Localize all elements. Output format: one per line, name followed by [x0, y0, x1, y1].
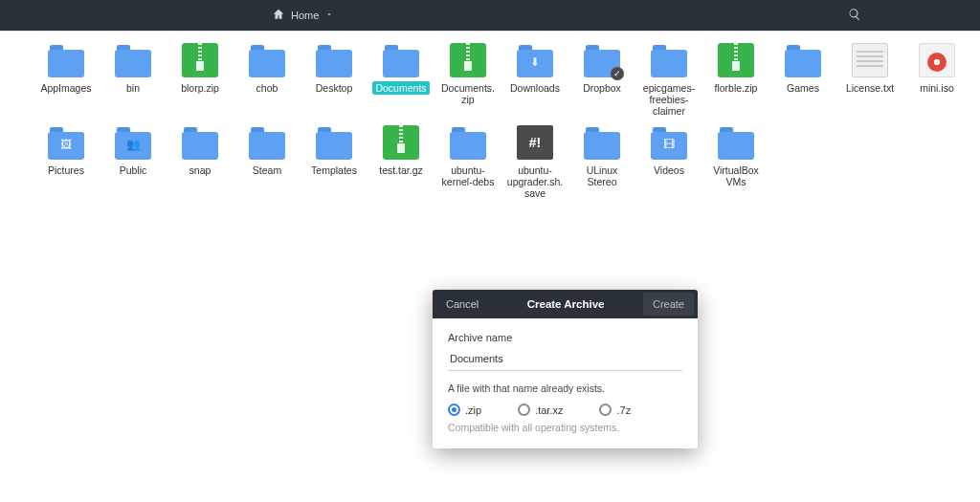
folder-icon: [316, 125, 352, 160]
file-label: epicgames-freebies-claimer: [637, 81, 701, 118]
folder-icon: [718, 125, 754, 160]
radio-dot-icon: [599, 404, 612, 416]
chevron-down-icon: [324, 10, 334, 21]
file-grid-area: AppImagesbinblorp.zipchobDesktopDocument…: [0, 32, 980, 204]
file-item[interactable]: epicgames-freebies-claimer: [635, 39, 702, 121]
file-item[interactable]: 🎞Videos: [635, 121, 702, 204]
format-label: .tar.xz: [535, 404, 563, 416]
folder-icon: [249, 43, 285, 77]
archive-icon: [718, 43, 754, 77]
create-button[interactable]: Create: [643, 293, 694, 316]
archive-icon: [450, 43, 486, 77]
file-item[interactable]: Documents.zip: [434, 39, 501, 121]
file-item[interactable]: 👥Public: [100, 121, 167, 204]
folder-icon: 🖼: [48, 125, 84, 160]
archive-icon: [383, 125, 419, 160]
file-label: Steam: [250, 164, 284, 177]
folder-icon: 🎞: [651, 125, 687, 160]
file-label: ubuntu-upgrader.sh.save: [503, 164, 567, 200]
file-item[interactable]: Documents: [368, 39, 434, 121]
file-item[interactable]: #!ubuntu-upgrader.sh.save: [501, 121, 568, 204]
folder-icon: [316, 43, 352, 77]
folder-icon: [48, 43, 84, 77]
file-item[interactable]: ⬇Downloads: [501, 39, 568, 121]
file-item[interactable]: ULinux Stereo: [568, 121, 635, 204]
file-item[interactable]: blorp.zip: [167, 39, 234, 121]
file-label: Dropbox: [580, 81, 624, 95]
file-item[interactable]: Desktop: [301, 39, 368, 121]
name-exists-warning: A file with that name already exists.: [448, 382, 682, 394]
folder-icon: ✓: [584, 43, 620, 77]
pathbar-home-button[interactable]: Home: [264, 4, 342, 27]
home-icon: [272, 8, 285, 23]
folder-icon: [249, 125, 285, 160]
file-label: Public: [117, 164, 150, 177]
file-item[interactable]: mini.iso: [903, 39, 970, 121]
file-label: Documents: [372, 81, 429, 95]
format-radio[interactable]: .zip: [448, 404, 481, 416]
file-item[interactable]: ubuntu-kernel-debs: [434, 121, 501, 204]
file-label: Videos: [651, 164, 687, 177]
file-item[interactable]: bin: [100, 39, 167, 121]
file-label: Downloads: [507, 81, 563, 95]
cancel-button[interactable]: Cancel: [436, 293, 488, 316]
file-label: License.txt: [843, 81, 897, 95]
file-item[interactable]: VirtualBox VMs: [702, 121, 769, 204]
file-item[interactable]: License.txt: [836, 39, 903, 121]
folder-icon: [115, 43, 151, 77]
file-item[interactable]: florble.zip: [702, 39, 769, 121]
file-item[interactable]: test.tar.gz: [368, 121, 434, 204]
search-button[interactable]: [848, 8, 861, 23]
file-label: Desktop: [313, 81, 356, 95]
file-label: VirtualBox VMs: [704, 164, 768, 188]
file-label: snap: [187, 164, 214, 177]
file-item[interactable]: chob: [234, 39, 301, 121]
file-label: ULinux Stereo: [570, 164, 634, 188]
format-label: .7z: [616, 404, 631, 416]
folder-icon: 👥: [115, 125, 151, 160]
file-item[interactable]: Templates: [301, 121, 368, 204]
radio-dot-icon: [518, 404, 530, 416]
radio-dot-icon: [448, 404, 460, 416]
folder-icon: [584, 125, 620, 160]
folder-icon: ⬇: [517, 43, 553, 77]
folder-icon: [383, 43, 419, 77]
pathbar-label: Home: [291, 10, 319, 21]
file-label: Documents.zip: [436, 81, 500, 106]
file-label: Templates: [308, 164, 360, 177]
format-radio[interactable]: .7z: [599, 404, 631, 416]
folder-icon: [785, 43, 821, 77]
file-item[interactable]: Steam: [234, 121, 301, 204]
file-label: test.tar.gz: [376, 164, 426, 177]
folder-icon: [182, 125, 218, 160]
file-item[interactable]: snap: [167, 121, 234, 204]
archive-name-label: Archive name: [448, 332, 682, 343]
file-label: Games: [784, 81, 822, 95]
file-label: mini.iso: [917, 81, 957, 95]
script-file-icon: #!: [517, 125, 553, 160]
file-item[interactable]: ✓Dropbox: [568, 39, 635, 121]
archive-icon: [182, 43, 218, 77]
file-item[interactable]: AppImages: [33, 39, 100, 121]
archive-name-input[interactable]: [448, 349, 682, 371]
folder-icon: [651, 43, 687, 77]
text-file-icon: [852, 43, 888, 77]
folder-icon: [450, 125, 486, 160]
file-item[interactable]: Games: [769, 39, 836, 121]
file-label: bin: [123, 81, 143, 95]
file-label: chob: [254, 81, 281, 95]
format-label: .zip: [465, 404, 481, 416]
format-radio[interactable]: .tar.xz: [518, 404, 563, 416]
dialog-title: Create Archive: [488, 298, 643, 310]
compat-note: Compatible with all operating systems.: [448, 422, 682, 433]
file-label: AppImages: [37, 81, 94, 95]
create-archive-dialog: Cancel Create Archive Create Archive nam…: [433, 290, 698, 448]
file-label: blorp.zip: [178, 81, 222, 95]
header-bar: Home: [0, 0, 980, 31]
dialog-header: Cancel Create Archive Create: [433, 290, 698, 318]
file-label: ubuntu-kernel-debs: [436, 164, 500, 188]
disc-image-icon: [919, 43, 955, 77]
file-item[interactable]: 🖼Pictures: [33, 121, 100, 204]
file-label: florble.zip: [712, 81, 761, 95]
file-label: Pictures: [45, 164, 87, 177]
